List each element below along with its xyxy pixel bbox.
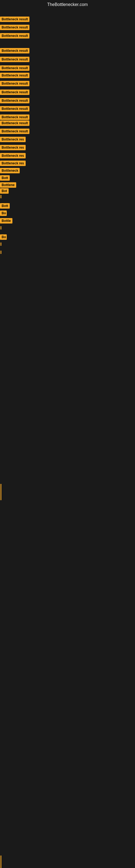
bottleneck-badge: Bo	[0, 211, 7, 216]
bottleneck-badge: Bottleneck res	[0, 137, 26, 142]
bottleneck-indicator	[1, 195, 1, 198]
site-title: TheBottlenecker.com	[0, 0, 135, 9]
bottleneck-badge: Bot	[0, 188, 9, 194]
bottleneck-badge: Bottleneck result	[0, 98, 30, 103]
vertical-line-indicator	[1, 866, 1, 868]
bottleneck-indicator	[1, 226, 1, 229]
bottleneck-badge: Bottleneck result	[0, 120, 30, 126]
bottleneck-badge: Bottlene	[0, 182, 16, 188]
bottleneck-badge: Bottleneck	[0, 168, 20, 173]
bottleneck-badge: Bottleneck result	[0, 73, 30, 78]
vertical-line-indicator	[1, 484, 1, 500]
bottleneck-badge: Bottleneck result	[0, 25, 30, 30]
bottleneck-badge: Bo	[0, 235, 7, 240]
bottleneck-badge: Bottleneck result	[0, 57, 30, 62]
bottleneck-indicator	[1, 251, 1, 254]
bottleneck-badge: Bottleneck res	[0, 145, 26, 150]
bottleneck-badge: Bottleneck res	[0, 161, 26, 166]
bottleneck-badge: Bottleneck result	[0, 17, 30, 22]
bottleneck-badge: Bottle	[0, 218, 12, 223]
bottleneck-badge: Bottleneck result	[0, 65, 30, 71]
bottleneck-badge: Bottleneck result	[0, 48, 30, 54]
bottleneck-badge: Bottleneck result	[0, 81, 30, 86]
bottleneck-indicator	[1, 243, 1, 246]
vertical-line-indicator	[1, 856, 1, 866]
bottleneck-badge: Bottleneck result	[0, 90, 30, 95]
bottleneck-badge: Bottleneck result	[0, 106, 30, 112]
bottleneck-badge: Bottleneck result	[0, 115, 30, 120]
bottleneck-badge: Bottleneck result	[0, 129, 30, 134]
bottleneck-badge: Bott	[0, 203, 10, 209]
bottleneck-badge: Bott	[0, 175, 10, 181]
bottleneck-badge: Bottleneck result	[0, 33, 30, 38]
bottleneck-badge: Bottleneck res	[0, 153, 26, 158]
